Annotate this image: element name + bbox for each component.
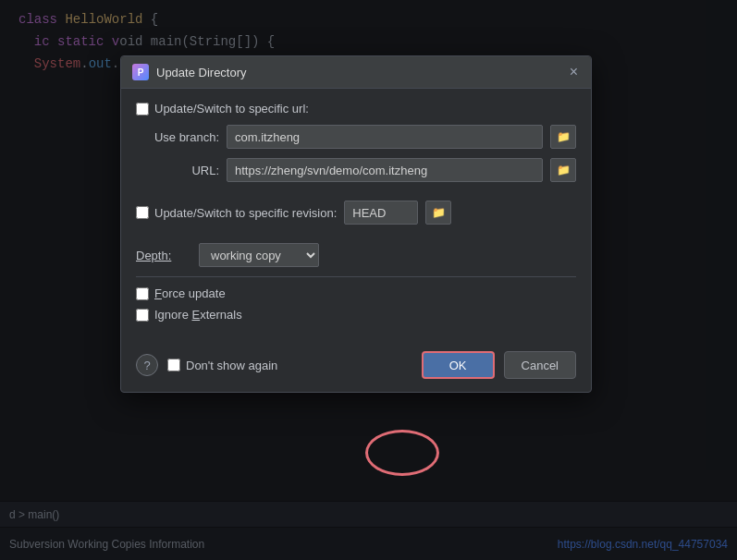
dialog-title-left: P Update Directory	[132, 64, 247, 80]
dialog-title: Update Directory	[156, 66, 247, 79]
dont-show-again-text: Don't show again	[186, 359, 277, 372]
divider	[136, 276, 576, 277]
ignore-externals-row: Ignore Externals	[136, 308, 576, 322]
ignore-externals-checkbox[interactable]	[136, 309, 149, 322]
force-update-checkbox[interactable]	[136, 287, 149, 300]
dont-show-again-label[interactable]: Don't show again	[167, 359, 412, 372]
ok-button[interactable]: OK	[422, 351, 495, 379]
dialog-titlebar: P Update Directory ×	[121, 56, 591, 89]
depth-label: Depth:	[136, 249, 191, 262]
use-branch-input[interactable]	[227, 125, 543, 149]
revision-folder-button[interactable]: 📁	[425, 201, 451, 225]
url-input[interactable]	[227, 158, 543, 182]
url-folder-button[interactable]: 📁	[550, 158, 576, 182]
force-update-row: Force update	[136, 286, 576, 300]
update-specific-revision-checkbox[interactable]	[136, 206, 149, 219]
use-branch-row: Use branch: 📁	[136, 125, 576, 149]
url-label: URL:	[136, 164, 219, 177]
update-specific-url-label: Update/Switch to specific url:	[154, 102, 309, 116]
cancel-button[interactable]: Cancel	[504, 351, 576, 379]
ignore-externals-label[interactable]: Ignore Externals	[154, 308, 242, 322]
dialog-footer: ? Don't show again OK Cancel	[121, 342, 591, 392]
help-button[interactable]: ?	[136, 354, 158, 376]
update-specific-revision-row: Update/Switch to specific revision: 📁	[136, 201, 576, 225]
dialog-app-icon: P	[132, 64, 149, 80]
update-specific-revision-checkbox-label[interactable]: Update/Switch to specific revision:	[136, 206, 337, 220]
update-specific-url-checkbox[interactable]	[136, 103, 149, 116]
force-update-label-rest: orce update	[162, 286, 226, 300]
revision-input[interactable]	[344, 201, 418, 225]
dont-show-again-checkbox[interactable]	[167, 359, 180, 371]
dialog-body: Update/Switch to specific url: Use branc…	[121, 89, 591, 342]
url-row: URL: 📁	[136, 158, 576, 182]
dialog-close-button[interactable]: ×	[568, 65, 580, 79]
update-specific-url-row: Update/Switch to specific url:	[136, 102, 576, 116]
update-specific-url-checkbox-label[interactable]: Update/Switch to specific url:	[136, 102, 309, 116]
update-specific-revision-label: Update/Switch to specific revision:	[154, 206, 337, 220]
update-directory-dialog: P Update Directory × Update/Switch to sp…	[120, 55, 592, 393]
use-branch-folder-button[interactable]: 📁	[550, 125, 576, 149]
depth-select[interactable]: working copy infinity immediates files e…	[199, 243, 319, 267]
depth-row: Depth: working copy infinity immediates …	[136, 243, 576, 267]
force-update-label[interactable]: Force update	[154, 286, 226, 300]
use-branch-label: Use branch:	[136, 130, 219, 144]
ignore-externals-label-text: Ignore Externals	[154, 308, 242, 322]
